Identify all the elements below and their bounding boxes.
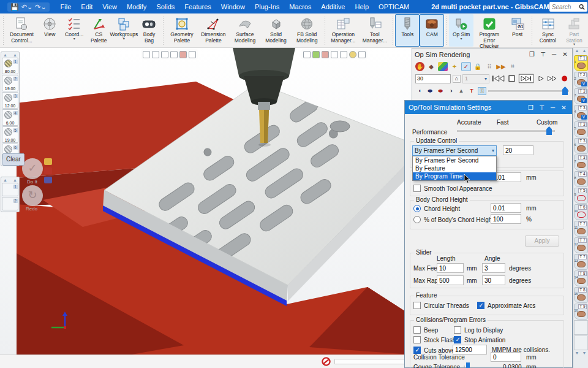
- ribbon-fb-solid-modeling[interactable]: FB Solid Modeling: [291, 14, 322, 47]
- menu-view[interactable]: View: [97, 2, 122, 12]
- slider-thumb[interactable]: [546, 126, 552, 135]
- max-rapid-angle-input[interactable]: [482, 275, 505, 285]
- flag-icon[interactable]: [189, 51, 196, 58]
- menu-solids[interactable]: Solids: [151, 2, 179, 12]
- menu-file[interactable]: File: [56, 2, 77, 12]
- pin-icon[interactable]: ⊤: [537, 104, 546, 111]
- stock-flash-checkbox[interactable]: [413, 336, 421, 343]
- sim-speed-slider[interactable]: [488, 86, 569, 95]
- frame-icon[interactable]: [170, 51, 178, 58]
- stock-body-icon[interactable]: ⬬: [426, 87, 434, 95]
- op-tile-9[interactable]: 9T 5: [574, 188, 588, 204]
- stop-hand-icon[interactable]: ✋: [415, 62, 424, 71]
- ops-scroll-up[interactable]: ▲▲: [573, 48, 588, 55]
- cut-part-icon[interactable]: ◖: [415, 87, 424, 95]
- ribbon-coord[interactable]: Coord... ▾: [62, 14, 86, 47]
- viewport-toolbar-right[interactable]: [301, 49, 368, 59]
- scroll-up-icon[interactable]: ▲: [13, 178, 17, 182]
- panel-close-icon[interactable]: ✕: [560, 51, 570, 58]
- speed-select[interactable]: 1▾: [462, 74, 489, 83]
- approx-arcs-row[interactable]: Approximate Arcs: [477, 302, 535, 309]
- undo-icon[interactable]: ↶⌄: [21, 3, 32, 11]
- workgroup-item-1[interactable]: 1: [2, 183, 18, 196]
- view-pane-icon[interactable]: [152, 51, 159, 58]
- dropdown-option-1[interactable]: By Frames Per Second: [413, 156, 496, 164]
- fast-forward-icon[interactable]: [548, 76, 557, 80]
- chord-height-row[interactable]: Chord Height: [413, 205, 460, 212]
- stop-animation-row[interactable]: Stop Animation: [454, 336, 505, 343]
- cuts-above-input[interactable]: [453, 345, 487, 355]
- ribbon-document-control[interactable]: Document Control...: [6, 14, 37, 47]
- ribbon-sync-control[interactable]: Sync Control: [534, 14, 561, 47]
- op-tile-12[interactable]: 12T 7: [574, 237, 588, 253]
- max-feed-angle-input[interactable]: [482, 263, 505, 273]
- menu-opticam[interactable]: OPTICAM: [374, 2, 414, 12]
- clear-button[interactable]: Clear: [2, 153, 24, 166]
- ribbon-program-error-checker[interactable]: Program Error Checker: [473, 14, 505, 47]
- slider-thumb[interactable]: [466, 362, 470, 368]
- op-tile-2[interactable]: 2T 2V: [574, 72, 588, 88]
- menu-edit[interactable]: Edit: [76, 2, 97, 12]
- apply-button[interactable]: Apply: [525, 236, 559, 247]
- log-display-checkbox[interactable]: [454, 326, 461, 334]
- render-mode-icon[interactable]: ◆: [426, 62, 436, 71]
- ribbon-workgroups[interactable]: Workgroups ▾: [111, 14, 137, 47]
- performance-slider[interactable]: [457, 126, 555, 135]
- smooth-tool-checkbox[interactable]: [413, 185, 421, 192]
- tool-item-5[interactable]: 519.00: [2, 126, 18, 143]
- search-box[interactable]: [549, 2, 587, 12]
- viewport-toolbar-left[interactable]: [141, 49, 198, 59]
- pct-body-radio[interactable]: [413, 216, 421, 223]
- ribbon-view[interactable]: View: [37, 14, 62, 47]
- collision-tolerance-input[interactable]: [491, 352, 521, 362]
- dropdown-option-3[interactable]: By Program Time: [413, 172, 496, 180]
- beep-checkbox[interactable]: [413, 326, 421, 334]
- log-display-row[interactable]: Log to Display: [454, 326, 503, 334]
- ops-scroll-down[interactable]: ▼▼: [573, 351, 588, 357]
- stop-icon[interactable]: [509, 75, 514, 81]
- transport-controls[interactable]: [491, 74, 569, 83]
- scroll-up-icon[interactable]: ▲: [575, 48, 579, 55]
- cube-icon[interactable]: [322, 51, 329, 58]
- menu-plugins[interactable]: Plug-Ins: [250, 2, 284, 12]
- op-tile-1[interactable]: 1T 1: [574, 55, 588, 71]
- pin-icon[interactable]: ⊤: [538, 51, 548, 58]
- workgroup-item-2[interactable]: 2: [2, 197, 18, 210]
- dock-window-icon[interactable]: ❒: [527, 51, 537, 58]
- flag-red-icon[interactable]: [44, 167, 52, 174]
- redo-icon[interactable]: ↷⌄: [35, 3, 46, 11]
- op-list-icon[interactable]: ⠿: [484, 62, 494, 71]
- run-to-next-icon[interactable]: [519, 74, 533, 83]
- palette-icon[interactable]: [349, 51, 356, 58]
- dialog-minimize-icon[interactable]: ─: [548, 104, 557, 111]
- dialog-titlebar[interactable]: Op/Tool Simulation Settings ❒ ⊤ ─ ✕: [405, 101, 572, 114]
- menu-modify[interactable]: Modify: [122, 2, 151, 12]
- prohibit-icon[interactable]: [322, 357, 331, 366]
- ribbon-solid-modeling[interactable]: Solid Modeling: [261, 14, 292, 47]
- compare-icon[interactable]: ◑: [447, 87, 455, 95]
- ribbon-tools[interactable]: Tools: [395, 14, 420, 47]
- cuts-above-checkbox[interactable]: [413, 347, 421, 354]
- collision-body-icon[interactable]: ⬬: [436, 87, 445, 95]
- save-icon[interactable]: 💾: [10, 3, 19, 11]
- key-icon[interactable]: ⚿: [478, 87, 486, 95]
- smooth-tool-row[interactable]: Smooth Tool Appearance: [413, 185, 492, 192]
- ribbon-cs-palette[interactable]: CS Palette: [86, 14, 111, 47]
- ribbon-surface-modeling[interactable]: Surface Modeling: [229, 14, 260, 47]
- op-tile-11[interactable]: 11T 7: [574, 221, 588, 237]
- panel-titlebar[interactable]: Op Sim Rendering ❒ ⊤ ─ ✕: [412, 48, 572, 60]
- scroll-down-icon[interactable]: ▼: [575, 351, 579, 357]
- play-icon[interactable]: [539, 76, 543, 80]
- tool-flags-icon[interactable]: ▶▶: [496, 62, 506, 71]
- op-tile-7[interactable]: 7T 3: [574, 155, 588, 171]
- ribbon-part-station[interactable]: Part Station ▾: [562, 14, 587, 47]
- ribbon-op-sim[interactable]: Op Sim ▾: [449, 14, 473, 47]
- op-tile-10[interactable]: 10T 6: [574, 204, 588, 220]
- scroll-up-icon[interactable]: ▲: [3, 53, 7, 57]
- view-cube-icon[interactable]: [143, 51, 150, 58]
- body-icon[interactable]: [303, 51, 311, 58]
- home-icon[interactable]: ⌂: [453, 75, 461, 83]
- op-tile-4[interactable]: 4T 3V: [574, 105, 588, 121]
- stock-icon[interactable]: [179, 51, 187, 58]
- tool-item-4[interactable]: 46.00: [2, 109, 18, 126]
